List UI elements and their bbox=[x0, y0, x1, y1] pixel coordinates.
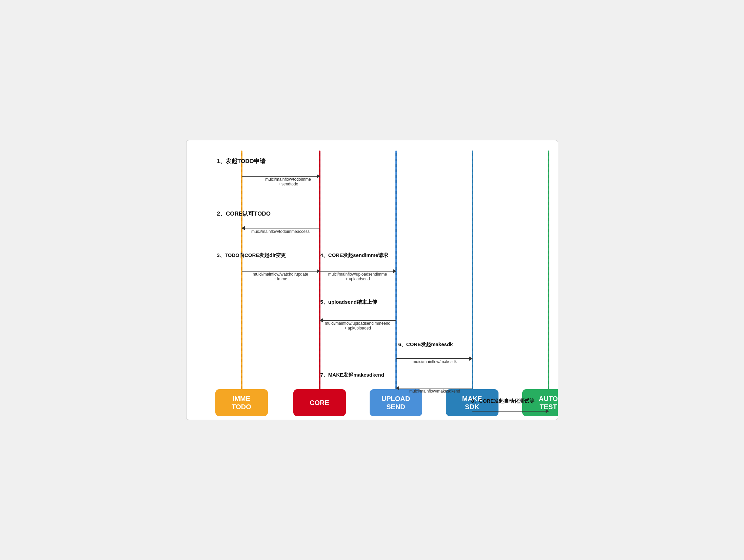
step5-arrow-label: muici/mainflow/uploadsendimmeend+ apkupl… bbox=[320, 321, 395, 331]
step8-arrow bbox=[472, 411, 549, 412]
step2-arrow-label: muici/mainflow/todoimmeaccess bbox=[242, 229, 319, 234]
step3-arrow bbox=[242, 271, 320, 272]
step7-arrow bbox=[396, 388, 472, 388]
step8-label: 8、CORE发起自动化测试等 bbox=[471, 398, 535, 404]
diagram-container: IMME TODO CORE UPLOAD SEND MAKE SDK AUTO… bbox=[186, 140, 558, 420]
lifeline-autotest bbox=[548, 151, 549, 389]
step4-arrow-label: muici/mainflow/uploadsendimme+ uploadsen… bbox=[320, 272, 395, 281]
step3-label: 3、TODO向CORE发起dir变更 bbox=[217, 252, 286, 259]
lifeline-imme bbox=[241, 151, 242, 389]
step6-label: 6、CORE发起makesdk bbox=[398, 341, 453, 348]
step5-label: 5、uploadsend结束上传 bbox=[320, 299, 377, 305]
step6-arrow bbox=[396, 358, 472, 359]
step1-arrow-label: muici/mainflow/todoimme+ sendtodo bbox=[254, 177, 322, 186]
step4-arrow bbox=[320, 271, 396, 272]
step3-arrow-label: muici/mainflow/watchdirupdate+ imme bbox=[242, 272, 319, 281]
step1-label: 1、发起TODO申请 bbox=[217, 157, 266, 165]
lifeline-make bbox=[472, 151, 473, 389]
step1-arrow bbox=[242, 176, 320, 177]
step4-label: 4、CORE发起sendimme请求 bbox=[320, 252, 389, 259]
step2-arrow bbox=[242, 228, 320, 228]
step6-arrow-label: muici/mainflow/makesdk bbox=[398, 359, 471, 364]
step5-arrow bbox=[320, 320, 396, 321]
step2-label: 2、CORE认可TODO bbox=[217, 210, 271, 218]
step7-arrow-label: muici/mainflow/makesdkend bbox=[398, 389, 471, 394]
actor-core: CORE bbox=[293, 389, 346, 416]
actor-imme-todo: IMME TODO bbox=[215, 389, 268, 416]
step7-label: 7、MAKE发起makesdkend bbox=[320, 372, 384, 378]
